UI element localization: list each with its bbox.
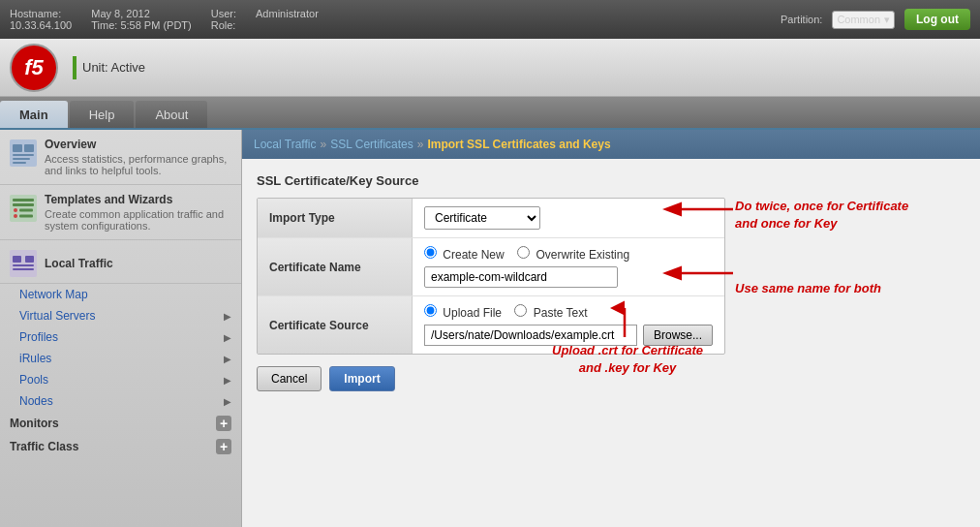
svg-rect-15 — [25, 256, 34, 263]
svg-rect-8 — [13, 203, 34, 206]
svg-rect-3 — [13, 154, 34, 156]
unit-status: Unit: Active — [73, 56, 145, 79]
section-title: SSL Certificate/Key Source — [257, 173, 965, 188]
header: f5 Unit: Active — [0, 39, 980, 97]
user-value: Administrator — [256, 8, 319, 19]
f5-logo: f5 — [10, 44, 58, 92]
date-info: May 8, 2012 Time: 5:58 PM (PDT) — [91, 8, 192, 31]
arrow2-container — [658, 259, 735, 291]
breadcrumb-arrow1: » — [320, 138, 326, 151]
logo-text: f5 — [24, 55, 44, 80]
tab-help[interactable]: Help — [70, 101, 135, 128]
templates-text: Templates and Wizards Create common appl… — [45, 193, 231, 232]
main-layout: Overview Access statistics, performance … — [0, 130, 980, 527]
import-button[interactable]: Import — [329, 366, 394, 391]
sidebar-item-nodes[interactable]: Nodes ▶ — [0, 390, 241, 412]
overview-icon — [10, 140, 37, 167]
sidebar-item-virtual-servers[interactable]: Virtual Servers ▶ — [0, 305, 241, 326]
cert-source-radios: Upload File Paste Text — [424, 304, 597, 320]
annotation-line2: Use same name for both — [735, 281, 965, 295]
svg-rect-12 — [19, 215, 33, 218]
irules-chevron-icon: ▶ — [224, 354, 231, 364]
nav-tabs: Main Help About — [0, 97, 980, 130]
user-info: User: Role: — [211, 8, 236, 31]
hostname-value: 10.33.64.100 — [10, 19, 72, 31]
date-value: May 8, 2012 — [91, 8, 192, 19]
role-label: Role: — [211, 19, 236, 31]
nodes-chevron-icon: ▶ — [224, 396, 231, 407]
breadcrumb: Local Traffic » SSL Certificates » Impor… — [242, 130, 980, 159]
arrow1-svg — [658, 195, 735, 224]
partition-chevron-icon: ▾ — [884, 14, 890, 26]
logout-button[interactable]: Log out — [904, 9, 970, 30]
partition-select[interactable]: Common ▾ — [832, 11, 895, 29]
overview-desc: Access statistics, performance graphs, a… — [45, 153, 231, 176]
cancel-button[interactable]: Cancel — [257, 366, 322, 391]
annotation-line1a: Do twice, once for Certificate — [735, 198, 965, 215]
sidebar-local-traffic: Local Traffic Network Map Virtual Server… — [0, 240, 241, 462]
svg-rect-7 — [13, 199, 34, 202]
status-bar-icon — [73, 56, 77, 79]
content-body: SSL Certificate/Key Source Import Type C… — [242, 159, 980, 406]
annotation-text1: Do twice, once for Certificate and once … — [735, 198, 965, 232]
cert-name-label: Certificate Name — [258, 238, 413, 295]
bottom-annotation: Upload .crt for Certificate and .key for… — [610, 300, 703, 377]
sidebar-item-pools[interactable]: Pools ▶ — [0, 369, 241, 390]
local-traffic-title: Local Traffic — [45, 257, 113, 270]
sidebar-item-irules[interactable]: iRules ▶ — [0, 348, 241, 369]
breadcrumb-part1: Local Traffic — [254, 138, 316, 151]
form-row-import-type: Import Type Certificate Key — [258, 199, 724, 238]
svg-rect-14 — [13, 256, 21, 263]
sidebar: Overview Access statistics, performance … — [0, 130, 242, 527]
breadcrumb-current: Import SSL Certificates and Keys — [427, 138, 610, 151]
sidebar-item-traffic-class[interactable]: Traffic Class + — [0, 435, 241, 458]
radio-upload-file[interactable] — [424, 304, 437, 317]
tab-about[interactable]: About — [136, 101, 207, 128]
sidebar-item-profiles[interactable]: Profiles ▶ — [0, 326, 241, 348]
local-traffic-icon — [10, 250, 37, 277]
templates-title: Templates and Wizards — [45, 193, 231, 206]
cert-name-radios: Create New Overwrite Existing — [424, 246, 639, 262]
hostname-info: Hostname: 10.33.64.100 — [10, 8, 72, 31]
sidebar-templates[interactable]: Templates and Wizards Create common appl… — [0, 185, 241, 240]
svg-rect-16 — [13, 264, 34, 266]
radio-paste-text[interactable] — [514, 304, 527, 317]
cert-source-label: Certificate Source — [258, 296, 413, 354]
radio-overwrite-label[interactable]: Overwrite Existing — [517, 248, 629, 262]
pools-chevron-icon: ▶ — [224, 375, 231, 386]
radio-overwrite[interactable] — [517, 246, 530, 259]
sidebar-item-network-map[interactable]: Network Map — [0, 284, 241, 305]
user-value-col: Administrator — [256, 8, 319, 31]
time-value: Time: 5:58 PM (PDT) — [91, 19, 192, 31]
svg-rect-2 — [24, 144, 34, 152]
import-type-select[interactable]: Certificate Key — [424, 206, 540, 230]
profiles-chevron-icon: ▶ — [224, 332, 231, 343]
radio-paste-label[interactable]: Paste Text — [514, 306, 587, 320]
templates-icon — [10, 195, 37, 222]
overview-text: Overview Access statistics, performance … — [45, 138, 231, 176]
annotation-text3: Upload .crt for Certificate and .key for… — [552, 342, 703, 377]
radio-create-new-label[interactable]: Create New — [424, 248, 507, 262]
top-bar-info: Hostname: 10.33.64.100 May 8, 2012 Time:… — [10, 8, 781, 31]
breadcrumb-part2: SSL Certificates — [330, 138, 413, 151]
svg-rect-1 — [13, 144, 22, 152]
top-bar-right: Partition: Common ▾ Log out — [781, 9, 970, 30]
user-label: User: — [211, 8, 236, 19]
sidebar-overview[interactable]: Overview Access statistics, performance … — [0, 130, 241, 185]
svg-rect-5 — [13, 162, 26, 164]
partition-value: Common — [837, 14, 880, 25]
tab-main[interactable]: Main — [0, 101, 68, 128]
radio-upload-label[interactable]: Upload File — [424, 306, 505, 320]
cert-name-input[interactable] — [424, 266, 618, 288]
sidebar-item-monitors[interactable]: Monitors + — [0, 412, 241, 435]
templates-desc: Create common application traffic and sy… — [45, 208, 231, 232]
annotations: Do twice, once for Certificate and once … — [735, 193, 965, 295]
svg-rect-13 — [10, 250, 37, 277]
monitors-plus-icon: + — [216, 416, 231, 431]
overview-title: Overview — [45, 138, 231, 151]
virtual-servers-chevron-icon: ▶ — [224, 311, 231, 322]
status-label: Unit: Active — [82, 60, 145, 75]
partition-label: Partition: — [781, 14, 822, 25]
radio-create-new[interactable] — [424, 246, 437, 259]
svg-rect-10 — [19, 209, 33, 212]
